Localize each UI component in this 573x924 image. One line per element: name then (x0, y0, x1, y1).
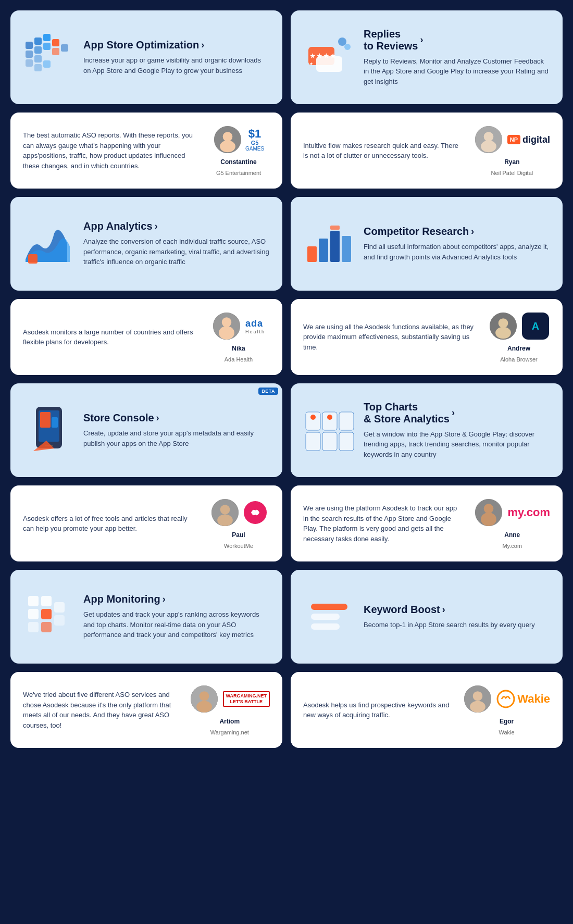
keyword-content: Keyword Boost › Become top-1 in App Stor… (364, 604, 550, 630)
wargaming-logo: WARGAMING.NETLET'S BATTLE (223, 691, 270, 707)
aso-title: App Store Optimization › (83, 39, 270, 51)
svg-rect-1 (34, 38, 42, 45)
ada-logo: ada (245, 318, 265, 329)
svg-rect-40 (52, 417, 58, 428)
svg-rect-6 (26, 59, 33, 67)
svg-rect-0 (26, 42, 33, 49)
analytics-desc: Analyze the conversion of each individua… (83, 236, 270, 267)
svg-point-17 (338, 38, 346, 46)
constantine-testimonial: The best automatic ASO reports. With the… (10, 113, 282, 189)
svg-point-56 (481, 513, 497, 526)
constantine-avatar-group: $1 G5 GAMES (213, 125, 264, 154)
ryan-testimonial-wrapper: Intuitive flow makes research quick and … (291, 113, 563, 189)
svg-rect-9 (52, 48, 59, 55)
competitor-card-wrapper: Competitor Research › Find all useful in… (291, 197, 563, 291)
egor-author: Wakie Egor Wakie (463, 684, 550, 735)
artiom-name: Artiom (219, 718, 240, 725)
andrew-company: Aloha Browser (500, 356, 538, 363)
charts-arrow: › (452, 407, 455, 418)
svg-rect-11 (34, 64, 42, 71)
constantine-name: Constantine (220, 158, 256, 166)
replies-illustration: ★★★★ ★ (303, 31, 355, 83)
svg-point-50 (327, 415, 332, 420)
anne-testimonial: We are using the platform Asodesk to tra… (291, 485, 563, 561)
artiom-avatar-group: WARGAMING.NETLET'S BATTLE (190, 684, 270, 714)
console-content: Store Console › Create, update and store… (83, 412, 270, 448)
nika-testimonial: Asodesk monitors a large number of count… (10, 299, 282, 375)
charts-feature-card[interactable]: Top Charts& Store Analytics › Get a wind… (291, 383, 563, 477)
main-grid: App Store Optimization › Increase your a… (10, 10, 563, 748)
mycom-text: my.com (507, 506, 550, 519)
svg-rect-10 (61, 44, 68, 52)
console-card-wrapper: BETA Store Console › (10, 383, 282, 477)
ryan-avatar (474, 125, 503, 154)
paul-text: Asodesk offers a lot of free tools and a… (23, 514, 197, 534)
console-feature-card[interactable]: BETA Store Console › (10, 383, 282, 477)
analytics-feature-card[interactable]: App Analytics › Analyze the conversion o… (10, 197, 282, 291)
artiom-company: Wargaming.net (210, 729, 249, 735)
console-arrow: › (156, 413, 159, 423)
paul-avatar-group (210, 498, 267, 527)
nika-name: Nika (232, 345, 245, 352)
paul-author: Paul WorkoutMe (207, 498, 270, 549)
paul-avatar (210, 498, 240, 527)
charts-title: Top Charts& Store Analytics › (364, 401, 550, 425)
svg-point-20 (223, 132, 233, 142)
aso-feature-card[interactable]: App Store Optimization › Increase your a… (10, 10, 282, 104)
keyword-feature-card[interactable]: Keyword Boost › Become top-1 in App Stor… (291, 570, 563, 664)
artiom-testimonial-wrapper: We've tried about five different ASO ser… (10, 672, 282, 748)
egor-avatar (463, 684, 492, 714)
wakie-text: Wakie (517, 692, 550, 706)
aso-illustration (23, 31, 75, 83)
paul-testimonial-wrapper: Asodesk offers a lot of free tools and a… (10, 485, 282, 561)
svg-rect-46 (306, 432, 320, 451)
aso-desc: Increase your app or game visibility and… (83, 55, 270, 76)
andrew-avatar (489, 311, 518, 341)
competitor-desc: Find all useful information about compet… (364, 242, 550, 262)
constantine-avatar (213, 125, 242, 154)
svg-rect-29 (342, 236, 351, 262)
ryan-company: Neil Patel Digital (491, 170, 533, 176)
keyword-arrow: › (442, 604, 445, 615)
monitoring-content: App Monitoring › Get updates and track y… (83, 593, 270, 640)
svg-point-35 (499, 318, 508, 328)
constantine-author: $1 G5 GAMES Constantine G5 Entertainment (207, 125, 270, 176)
ryan-avatar-group: NP digital (474, 125, 550, 154)
competitor-feature-card[interactable]: Competitor Research › Find all useful in… (291, 197, 563, 291)
egor-name: Egor (500, 718, 514, 725)
svg-point-55 (484, 504, 494, 514)
svg-text:★★★★: ★★★★ (309, 52, 337, 60)
andrew-name: Andrew (507, 345, 530, 352)
aso-content: App Store Optimization › Increase your a… (83, 39, 270, 76)
svg-rect-28 (330, 231, 340, 262)
workoutme-badge (244, 501, 267, 524)
svg-point-53 (217, 515, 233, 526)
svg-rect-59 (28, 609, 39, 619)
nika-testimonial-wrapper: Asodesk monitors a large number of count… (10, 299, 282, 375)
paul-company: WorkoutMe (224, 543, 253, 549)
anne-company: My.com (502, 543, 522, 549)
competitor-content: Competitor Research › Find all useful in… (364, 226, 550, 262)
svg-rect-12 (43, 60, 51, 68)
analytics-illustration (23, 218, 75, 270)
andrew-testimonial-wrapper: We are using all the Asodesk functions a… (291, 299, 563, 375)
svg-rect-45 (339, 412, 354, 430)
anne-avatar (474, 498, 503, 527)
np-badge: NP (507, 135, 520, 144)
svg-rect-26 (307, 246, 317, 262)
svg-point-18 (344, 44, 351, 50)
replies-feature-card[interactable]: ★★★★ ★ Repliesto Reviews › Reply to Revi… (291, 10, 563, 104)
analytics-content: App Analytics › Analyze the conversion o… (83, 220, 270, 267)
svg-rect-25 (28, 254, 38, 264)
svg-rect-67 (311, 623, 340, 630)
artiom-author: WARGAMING.NETLET'S BATTLE Artiom Wargami… (190, 684, 270, 735)
replies-arrow: › (420, 34, 423, 45)
svg-rect-62 (54, 615, 65, 626)
replies-desc: Reply to Reviews, Monitor and Analyze Cu… (364, 56, 550, 87)
ryan-author: NP digital Ryan Neil Patel Digital (474, 125, 550, 176)
charts-card-wrapper: Top Charts& Store Analytics › Get a wind… (291, 383, 563, 477)
svg-point-21 (220, 141, 235, 152)
svg-point-36 (495, 327, 511, 339)
svg-point-49 (310, 415, 316, 420)
monitoring-feature-card[interactable]: App Monitoring › Get updates and track y… (10, 570, 282, 664)
